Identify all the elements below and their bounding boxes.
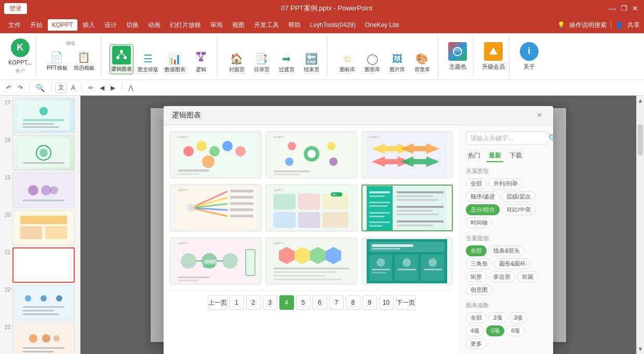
tab-hot[interactable]: 热门 (466, 150, 482, 162)
page-btn-4[interactable]: 4 (279, 295, 294, 310)
menu-onekey[interactable]: OneKey Lite (361, 19, 404, 31)
count-6[interactable]: 6项 (506, 325, 525, 336)
zoom-button[interactable]: 🔍 (34, 83, 47, 93)
login-button[interactable]: 登录 (4, 3, 27, 14)
menu-animation[interactable]: 动画 (144, 19, 165, 32)
undo-button[interactable]: ↶ (4, 83, 14, 93)
text-btn[interactable]: 文 (56, 82, 67, 93)
page-btn-9[interactable]: 9 (363, 295, 377, 310)
filter-contrast[interactable]: 对比/中突 (502, 204, 535, 215)
transition-button[interactable]: ➡ 过渡页 (275, 51, 298, 74)
search-input[interactable] (471, 135, 548, 142)
slide-thumb-19[interactable]: 19 (2, 173, 78, 208)
count-3[interactable]: 3项 (509, 312, 527, 323)
shape-all[interactable]: 全部 (466, 245, 487, 256)
simple-template-button[interactable]: 📋 简历模板 (72, 50, 97, 73)
tab-download[interactable]: 下载 (507, 150, 524, 162)
menu-search[interactable]: 操作说明搜索 (569, 21, 607, 30)
page-btn-1[interactable]: 1 (230, 295, 244, 310)
menu-slideshow[interactable]: 幻灯片放映 (166, 19, 205, 32)
data-chart-button[interactable]: 📊 数据图表 (163, 51, 187, 74)
template-item-2[interactable]: KOPPT一 (265, 132, 357, 178)
minimize-button[interactable]: — (608, 4, 617, 13)
menu-devtools[interactable]: 开发工具 (250, 19, 283, 32)
template-item-3[interactable]: KOPPT一 (361, 132, 453, 178)
shape-circle[interactable]: 圆形&圆环 (494, 258, 530, 269)
menu-help[interactable]: 帮助 (284, 19, 305, 32)
template-item-5[interactable]: KOPPT一 (265, 185, 357, 231)
page-btn-3[interactable]: 3 (263, 295, 277, 310)
scroll-thumb[interactable] (638, 124, 643, 155)
template-item-7[interactable]: KOPPT一 活动的 运动目标 (170, 238, 261, 284)
share-button[interactable]: 共享 (627, 21, 640, 30)
shape-rect[interactable]: 矩形 (466, 271, 487, 282)
page-btn-5[interactable]: 5 (296, 295, 311, 310)
template-item-1[interactable]: KOPPT一 (170, 132, 261, 178)
menu-insert[interactable]: 插入 (78, 19, 99, 32)
ppt-template-button[interactable]: 📄 PPT模板 (45, 50, 69, 73)
filter-sequential[interactable]: 顺序/递进 (466, 191, 500, 202)
page-btn-2[interactable]: 2 (246, 295, 261, 310)
menu-lvyh[interactable]: LvyhTools(0429) (306, 19, 360, 31)
filter-all[interactable]: 全部 (466, 178, 487, 189)
text-layout-button[interactable]: ☰ 图文排版 (136, 51, 160, 74)
count-4[interactable]: 4项 (466, 325, 484, 336)
template-item-6[interactable] (361, 185, 453, 231)
nav-btn-1[interactable]: ◀ (98, 83, 106, 93)
shape-abstract[interactable]: 创意图 (466, 284, 492, 295)
next-page-button[interactable]: 下一页 (396, 295, 415, 310)
upgrade-icon[interactable] (484, 42, 503, 61)
redo-button[interactable]: ↷ (16, 83, 25, 93)
count-5[interactable]: 5项 (486, 325, 504, 336)
shape-polygon[interactable]: 多边形 (489, 271, 515, 282)
logic-button[interactable]: 逻辑 (190, 50, 212, 74)
cover-button[interactable]: 🏠 封面页 (225, 51, 248, 74)
format-brush-btn[interactable]: ✏ (86, 83, 96, 93)
count-2[interactable]: 2项 (489, 312, 507, 323)
page-btn-7[interactable]: 7 (329, 295, 344, 310)
end-button[interactable]: 🔚 结束页 (300, 51, 323, 74)
shape-ellipse[interactable]: 矩圆 (517, 271, 538, 282)
menu-transition[interactable]: 切换 (122, 19, 143, 32)
slide-thumb-22[interactable]: 22 (2, 285, 78, 320)
menu-view[interactable]: 视图 (228, 19, 249, 32)
restore-button[interactable]: ❒ (619, 4, 628, 13)
scroll-down-button[interactable]: ▼ (637, 346, 643, 352)
template-item-9[interactable] (361, 238, 453, 284)
count-more[interactable]: 更多 (466, 338, 487, 349)
menu-design[interactable]: 设计 (100, 19, 121, 32)
koppt-logo[interactable]: K (11, 38, 30, 57)
filter-timeline[interactable]: 时间轴 (466, 217, 492, 228)
page-btn-6[interactable]: 6 (313, 295, 327, 310)
filter-total-part[interactable]: 总分/组合 (466, 204, 500, 215)
prev-page-button[interactable]: 上一页 (208, 295, 227, 310)
image-lib-button[interactable]: 🖼 图片库 (386, 52, 409, 74)
modal-close-button[interactable]: × (534, 110, 545, 121)
template-item-4[interactable]: KOPPT一 (170, 185, 261, 231)
scroll-up-button[interactable]: ▲ (637, 98, 643, 103)
page-btn-8[interactable]: 8 (346, 295, 360, 310)
shape-lib-button[interactable]: ◯ 图形库 (361, 51, 384, 74)
menu-koppt[interactable]: KOPPT (48, 19, 77, 31)
search-icon[interactable]: 🔍 (548, 134, 553, 142)
filter-hierarchical[interactable]: 层级/层次 (502, 191, 535, 202)
page-btn-10[interactable]: 10 (379, 295, 394, 310)
tab-newest[interactable]: 最新 (487, 150, 503, 162)
slide-thumb-18[interactable]: 18 (2, 135, 78, 171)
menu-file[interactable]: 文件 (4, 19, 25, 32)
icon-lib-button[interactable]: ☆ 图标库 (336, 51, 359, 74)
menu-home[interactable]: 开始 (26, 19, 47, 32)
slide-thumb-17[interactable]: 17 (2, 98, 78, 133)
shape-triangle[interactable]: 三角形 (466, 258, 492, 269)
template-item-8[interactable]: KOPPT一 (265, 238, 357, 284)
bg-lib-button[interactable]: 🎨 背景库 (411, 51, 434, 74)
theme-icon[interactable] (448, 42, 467, 61)
shape-lines-arrows[interactable]: 线条&箭头 (489, 245, 525, 256)
slide-thumb-20[interactable]: 20 (2, 210, 78, 245)
count-all[interactable]: 全部 (466, 312, 487, 323)
about-icon[interactable]: i (520, 42, 539, 61)
nav-btn-2[interactable]: ▶ (109, 83, 117, 93)
slide-thumb-23[interactable]: 23 (2, 322, 78, 354)
font-btn[interactable]: A (69, 83, 77, 93)
menu-review[interactable]: 审阅 (206, 19, 227, 32)
